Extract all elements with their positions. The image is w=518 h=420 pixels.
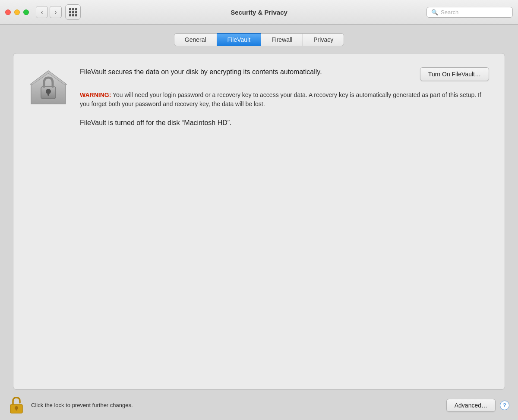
lock-button[interactable] xyxy=(9,396,24,415)
search-input[interactable] xyxy=(441,9,508,16)
warning-text: You will need your login password or a r… xyxy=(80,91,481,107)
svg-rect-7 xyxy=(16,408,17,411)
main-panel: FileVault secures the data on your disk … xyxy=(13,53,505,390)
advanced-button[interactable]: Advanced… xyxy=(446,399,496,412)
turn-on-filevault-button[interactable]: Turn On FileVault… xyxy=(420,67,489,81)
filevault-content: FileVault secures the data on your disk … xyxy=(80,67,489,127)
filevault-description: FileVault secures the data on your disk … xyxy=(80,67,322,77)
filevault-icon xyxy=(29,67,68,106)
nav-buttons: ‹ › xyxy=(36,6,62,18)
help-button[interactable]: ? xyxy=(500,401,509,410)
warning-label: WARNING: xyxy=(80,91,111,98)
tab-firewall[interactable]: Firewall xyxy=(261,33,303,46)
window-title: Security & Privacy xyxy=(231,9,287,16)
forward-button[interactable]: › xyxy=(50,6,62,18)
tab-filevault[interactable]: FileVault xyxy=(217,33,261,46)
warning-block: WARNING: You will need your login passwo… xyxy=(80,91,489,109)
lock-text: Click the lock to prevent further change… xyxy=(31,402,133,408)
lock-icon xyxy=(9,397,23,414)
close-button[interactable] xyxy=(5,9,11,15)
search-icon: 🔍 xyxy=(431,9,438,16)
traffic-lights xyxy=(5,9,29,15)
content-area: General FileVault Firewall Privacy xyxy=(0,25,518,390)
grid-view-button[interactable] xyxy=(65,4,81,20)
filevault-status: FileVault is turned off for the disk “Ma… xyxy=(80,119,489,127)
search-box[interactable]: 🔍 xyxy=(426,7,513,18)
bottom-right: Advanced… ? xyxy=(446,399,509,412)
panel-content: FileVault secures the data on your disk … xyxy=(29,67,489,127)
tab-privacy[interactable]: Privacy xyxy=(303,33,344,46)
svg-rect-4 xyxy=(47,92,49,96)
tabs-container: General FileVault Firewall Privacy xyxy=(174,33,344,46)
bottom-bar: Click the lock to prevent further change… xyxy=(0,390,518,420)
tab-general[interactable]: General xyxy=(174,33,217,46)
titlebar: ‹ › Security & Privacy 🔍 xyxy=(0,0,518,25)
minimize-button[interactable] xyxy=(14,9,20,15)
top-row: FileVault secures the data on your disk … xyxy=(80,67,489,84)
grid-icon xyxy=(69,8,77,16)
maximize-button[interactable] xyxy=(23,9,29,15)
filevault-icon-svg xyxy=(29,67,68,106)
back-button[interactable]: ‹ xyxy=(36,6,48,18)
